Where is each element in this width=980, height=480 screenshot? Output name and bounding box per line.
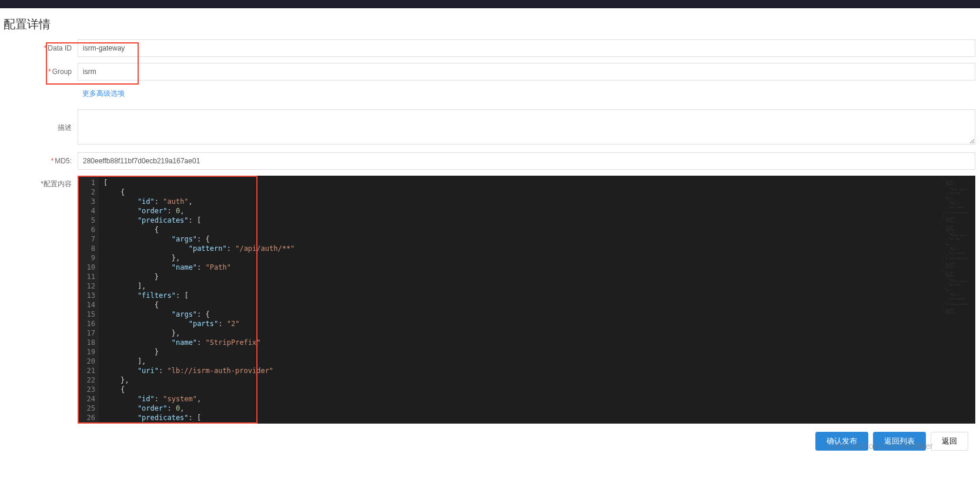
editor-gutter: 1234567891011121314151617181920212223242… xyxy=(78,176,99,424)
editor-minimap[interactable]: [ { "id": "auth", "order": 0, "predicate… xyxy=(940,176,975,424)
row-description: 描述 xyxy=(5,109,975,146)
row-dataid: *Data ID xyxy=(5,39,975,57)
config-form: *Data ID *Group 更多高级选项 描述 *MD5: *配置内容 12… xyxy=(0,39,980,424)
input-description[interactable] xyxy=(78,109,975,145)
back-list-button[interactable]: 返回列表 xyxy=(873,432,926,451)
editor-code[interactable]: [ { "id": "auth", "order": 0, "predicate… xyxy=(99,176,940,424)
label-dataid: *Data ID xyxy=(5,44,78,52)
label-md5: *MD5: xyxy=(5,157,78,165)
row-md5: *MD5: xyxy=(5,152,975,170)
confirm-button[interactable]: 确认发布 xyxy=(815,432,868,451)
advanced-options-link[interactable]: 更多高级选项 xyxy=(78,86,129,109)
page-title: 配置详情 xyxy=(0,8,980,39)
bottom-bar: 确认发布 返回列表 返回 xyxy=(0,424,980,455)
input-group[interactable] xyxy=(78,63,975,80)
label-description: 描述 xyxy=(5,123,78,133)
label-content: *配置内容 xyxy=(5,176,78,424)
row-group: *Group xyxy=(5,63,975,80)
code-editor[interactable]: 1234567891011121314151617181920212223242… xyxy=(78,176,975,424)
input-dataid[interactable] xyxy=(78,39,975,57)
row-content: *配置内容 1234567891011121314151617181920212… xyxy=(5,176,975,424)
top-bar xyxy=(0,0,980,8)
label-group: *Group xyxy=(5,68,78,76)
input-md5[interactable] xyxy=(78,152,975,170)
return-button[interactable]: 返回 xyxy=(931,432,968,451)
